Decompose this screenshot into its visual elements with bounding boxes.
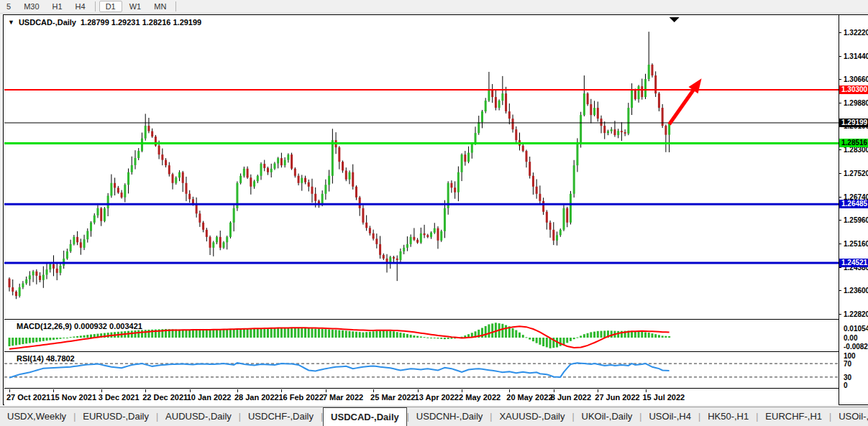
tab-item-ukoil-daily[interactable]: UKOil-,Daily xyxy=(575,407,640,426)
time-axis[interactable]: 27 Oct 202115 Nov 20213 Dec 202122 Dec 2… xyxy=(4,389,839,405)
price-level-badge: 1.29199 xyxy=(839,119,868,127)
chart-tabs: USDX,Weekly|EURUSD-,Daily|AUDUSD-,Daily|… xyxy=(0,407,868,426)
macd-axis-label: 0.00 xyxy=(844,334,857,342)
date-label: 27 Jun 2022 xyxy=(595,393,639,402)
tab-item-usdx-weekly[interactable]: USDX,Weekly xyxy=(0,407,73,426)
price-level-badge: 1.28516 xyxy=(839,139,868,147)
date-tick-mark xyxy=(509,389,510,392)
date-label: 2 May 2022 xyxy=(459,393,501,402)
chart-symbol-label: USDCAD-,Daily xyxy=(19,18,76,27)
macd-label: MACD(12,26,9) 0.000932 0.003421 xyxy=(17,322,142,330)
date-label: 20 May 2022 xyxy=(506,393,552,402)
panel-separator xyxy=(4,319,839,320)
date-tick-mark xyxy=(373,389,374,392)
toolbar-separator xyxy=(95,1,96,11)
price-tick-mark xyxy=(839,149,841,150)
date-tick-mark xyxy=(101,389,102,392)
timeframe-button-h1[interactable]: H1 xyxy=(47,1,68,11)
rsi-axis-label: 0 xyxy=(844,381,848,389)
tab-item-eurchf-h1[interactable]: EURCHF-,H1 xyxy=(758,407,829,426)
price-tick-mark xyxy=(839,290,841,291)
date-tick-mark xyxy=(598,389,598,392)
price-chart-canvas[interactable] xyxy=(4,15,839,319)
price-tick-label: 1.23600 xyxy=(844,287,868,295)
chart-window[interactable]: ▼ USDCAD-,Daily 1.28799 1.29231 1.28216 … xyxy=(3,14,868,405)
rsi-label: RSI(14) 48.7802 xyxy=(17,354,75,363)
price-tick-label: 1.30660 xyxy=(844,75,868,83)
price-tick-mark xyxy=(839,220,841,221)
date-tick-mark xyxy=(190,389,191,392)
tab-item-usoil-h4[interactable]: USOil-,H4 xyxy=(831,407,868,426)
trading-terminal: 5M30H1H4D1W1MN ▼ USDCAD-,Daily 1.28799 1… xyxy=(0,0,868,426)
rsi-axis-label: 100 xyxy=(844,352,856,360)
macd-value-signal: 0.003421 xyxy=(109,322,142,330)
date-tick-mark xyxy=(145,389,146,392)
tab-item-usoil-h4[interactable]: USOil-,H4 xyxy=(641,407,698,426)
tab-item-usdcnh-daily[interactable]: USDCNH-,Daily xyxy=(409,407,490,426)
date-label: 22 Dec 2021 xyxy=(142,393,188,402)
price-tick-mark xyxy=(839,32,841,33)
tab-item-audusd-daily[interactable]: AUDUSD-,Daily xyxy=(158,407,239,426)
chart-title: ▼ USDCAD-,Daily 1.28799 1.29231 1.28216 … xyxy=(8,17,201,27)
date-tick-mark xyxy=(418,389,419,392)
price-tick-label: 1.25960 xyxy=(844,216,868,224)
rsi-axis-label: 70 xyxy=(844,360,851,368)
date-label: 13 Apr 2022 xyxy=(415,393,459,402)
date-tick-mark xyxy=(237,389,238,392)
price-tick-label: 1.32220 xyxy=(844,29,868,37)
price-tick-mark xyxy=(839,197,841,198)
timeframe-button-h4[interactable]: H4 xyxy=(70,1,91,11)
timeframe-button-d1[interactable]: D1 xyxy=(99,1,122,12)
date-label: 25 Mar 2022 xyxy=(370,393,415,402)
timeframe-button-m30[interactable]: M30 xyxy=(18,1,45,11)
tab-item-usdchf-daily[interactable]: USDCHF-,Daily xyxy=(241,407,321,426)
toolbar-separator xyxy=(175,1,176,11)
timeframe-toolbar: 5M30H1H4D1W1MN xyxy=(0,0,868,14)
price-tick-label: 1.31440 xyxy=(844,52,868,60)
price-tick-mark xyxy=(839,314,841,315)
price-tick-mark xyxy=(839,267,841,268)
date-label: 3 Dec 2021 xyxy=(99,393,140,402)
price-level-badge: 1.26485 xyxy=(839,200,868,208)
date-tick-mark xyxy=(281,389,282,392)
date-tick-mark xyxy=(9,389,10,392)
timeframe-button-mn[interactable]: MN xyxy=(148,1,172,11)
timeframe-button-5[interactable]: 5 xyxy=(1,1,17,11)
price-tick-mark xyxy=(839,79,841,80)
date-tick-mark xyxy=(462,389,462,392)
price-axis[interactable]: 1.322201.314401.306601.298801.291001.283… xyxy=(839,15,868,404)
price-tick-label: 1.22820 xyxy=(844,310,868,318)
price-tick-mark xyxy=(839,173,841,174)
price-tick-label: 1.27520 xyxy=(844,170,868,177)
date-label: 15 Jul 2022 xyxy=(643,393,685,402)
panel-separator xyxy=(4,351,839,352)
price-level-badge: 1.24521 xyxy=(839,259,868,267)
macd-axis-label: -0.008218 xyxy=(844,343,868,351)
panel-separator xyxy=(4,388,839,389)
date-tick-mark xyxy=(53,389,54,392)
price-tick-label: 1.29880 xyxy=(844,98,868,106)
price-tick-mark xyxy=(839,244,841,244)
chart-ohlc-values: 1.28799 1.29231 1.28216 1.29199 xyxy=(81,18,201,27)
date-label: 27 Oct 2021 xyxy=(6,393,50,402)
rsi-value: 48.7802 xyxy=(46,354,75,363)
date-label: 28 Jan 2022 xyxy=(234,393,279,402)
tab-item-eurusd-daily[interactable]: EURUSD-,Daily xyxy=(76,407,156,426)
macd-axis-label: 0.010543 xyxy=(844,325,868,333)
date-label: 15 Nov 2021 xyxy=(50,393,96,402)
tab-item-hk50-h1[interactable]: HK50-,H1 xyxy=(700,407,756,426)
price-level-badge: 1.30300 xyxy=(839,85,868,94)
date-label: 7 Mar 2022 xyxy=(323,393,363,402)
rsi-axis-label: 30 xyxy=(844,373,851,381)
collapse-triangle-icon[interactable]: ▼ xyxy=(8,19,14,26)
tab-item-xauusd-daily[interactable]: XAUUSD-,Daily xyxy=(492,407,572,426)
timeframe-button-w1[interactable]: W1 xyxy=(124,1,147,11)
date-tick-mark xyxy=(554,389,554,392)
date-label: 16 Feb 2022 xyxy=(278,393,323,402)
price-tick-mark xyxy=(839,56,841,57)
date-label: 10 Jan 2022 xyxy=(187,393,232,402)
tab-item-usdcad-daily[interactable]: USDCAD-,Daily xyxy=(323,407,407,426)
price-tick-mark xyxy=(839,103,841,103)
rsi-panel-canvas[interactable] xyxy=(4,353,839,388)
date-tick-mark xyxy=(646,389,647,392)
